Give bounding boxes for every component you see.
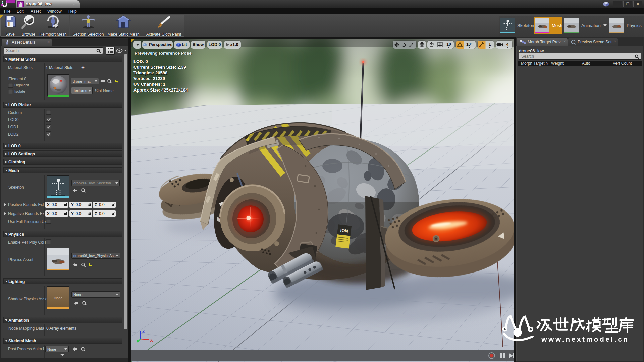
svg-text:i: i [573,41,574,44]
svg-text:1: 1 [489,42,491,47]
svg-text:10: 10 [446,42,451,47]
svg-text:10°: 10° [466,42,472,47]
svg-text:www.nextmodel.cn: www.nextmodel.cn [541,335,629,343]
svg-text:4: 4 [506,42,509,47]
svg-text:Z: Z [142,329,145,334]
svg-text:X: X [150,338,153,343]
svg-text:None: None [54,296,62,300]
svg-text:ION: ION [340,228,348,234]
